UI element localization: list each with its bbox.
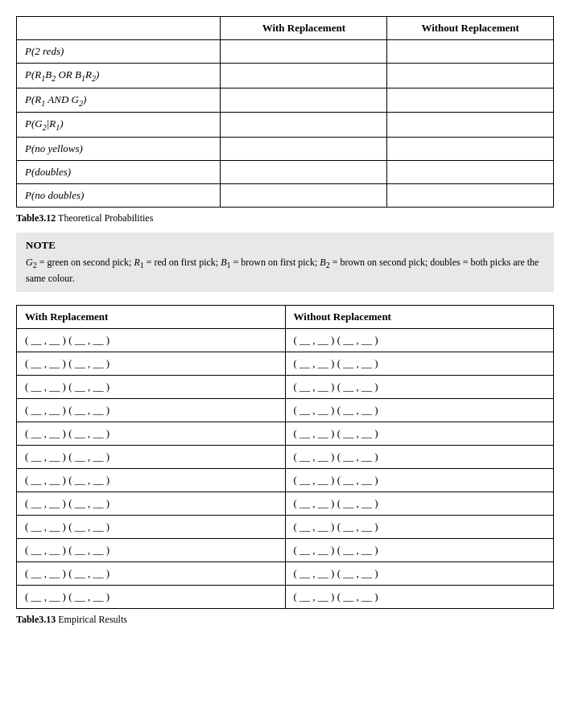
table2-caption-label: Table3.13 <box>16 614 56 625</box>
table-row: ( __ , __ ) ( __ , __ )( __ , __ ) ( __ … <box>17 539 554 562</box>
cell-without <box>387 160 554 183</box>
row-label: P(2 reds) <box>17 40 221 64</box>
empirical-cell-with: ( __ , __ ) ( __ , __ ) <box>17 492 286 516</box>
table-row: ( __ , __ ) ( __ , __ )( __ , __ ) ( __ … <box>17 422 554 446</box>
empirical-cell-without: ( __ , __ ) ( __ , __ ) <box>285 469 554 492</box>
table2-caption: Table3.13 Empirical Results <box>16 614 554 626</box>
cell-with <box>221 113 387 138</box>
cell-without <box>387 40 554 64</box>
table-row: P(2 reds) <box>17 40 554 64</box>
empirical-cell-with: ( __ , __ ) ( __ , __ ) <box>17 329 286 352</box>
note-title: NOTE <box>26 239 544 252</box>
cell-with <box>221 160 387 183</box>
empirical-cell-with: ( __ , __ ) ( __ , __ ) <box>17 539 286 562</box>
empirical-cell-without: ( __ , __ ) ( __ , __ ) <box>285 586 554 609</box>
table-row: ( __ , __ ) ( __ , __ )( __ , __ ) ( __ … <box>17 352 554 376</box>
empirical-cell-without: ( __ , __ ) ( __ , __ ) <box>285 422 554 446</box>
empirical-cell-with: ( __ , __ ) ( __ , __ ) <box>17 399 286 422</box>
table-row: P(G2|R1) <box>17 113 554 138</box>
empirical-cell-with: ( __ , __ ) ( __ , __ ) <box>17 446 286 469</box>
table-row: ( __ , __ ) ( __ , __ )( __ , __ ) ( __ … <box>17 516 554 539</box>
empirical-cell-with: ( __ , __ ) ( __ , __ ) <box>17 376 286 399</box>
col-header-without-replacement: Without Replacement <box>387 17 554 40</box>
cell-without <box>387 88 554 113</box>
empirical-cell-with: ( __ , __ ) ( __ , __ ) <box>17 586 286 609</box>
table-row: ( __ , __ ) ( __ , __ )( __ , __ ) ( __ … <box>17 399 554 422</box>
empirical-cell-without: ( __ , __ ) ( __ , __ ) <box>285 492 554 516</box>
cell-with <box>221 183 387 207</box>
table-row: P(R1B2 OR B1R2) <box>17 64 554 88</box>
empirical-cell-without: ( __ , __ ) ( __ , __ ) <box>285 329 554 352</box>
table-row: ( __ , __ ) ( __ , __ )( __ , __ ) ( __ … <box>17 586 554 609</box>
empirical-cell-without: ( __ , __ ) ( __ , __ ) <box>285 352 554 376</box>
row-label: P(no doubles) <box>17 183 221 207</box>
row-label: P(R1B2 OR B1R2) <box>17 64 221 88</box>
empirical-cell-without: ( __ , __ ) ( __ , __ ) <box>285 516 554 539</box>
col-header-with-replacement: With Replacement <box>221 17 387 40</box>
cell-with <box>221 64 387 88</box>
col-header-with-replacement: With Replacement <box>17 306 286 329</box>
cell-with <box>221 88 387 113</box>
empirical-results-table: With Replacement Without Replacement ( _… <box>16 305 554 609</box>
empirical-cell-without: ( __ , __ ) ( __ , __ ) <box>285 446 554 469</box>
table1-caption-label: Table3.12 <box>16 212 56 224</box>
table-row: P(R1 AND G2) <box>17 88 554 113</box>
empirical-cell-with: ( __ , __ ) ( __ , __ ) <box>17 562 286 586</box>
note-box: NOTE G2 = green on second pick; R1 = red… <box>16 232 554 292</box>
table-row: ( __ , __ ) ( __ , __ )( __ , __ ) ( __ … <box>17 469 554 492</box>
table-row: ( __ , __ ) ( __ , __ )( __ , __ ) ( __ … <box>17 329 554 352</box>
col-header-without-replacement: Without Replacement <box>285 306 554 329</box>
cell-without <box>387 137 554 160</box>
cell-with <box>221 40 387 64</box>
cell-without <box>387 113 554 138</box>
table2-caption-text: Empirical Results <box>58 614 127 625</box>
table-row: P(no yellows) <box>17 137 554 160</box>
table1-caption-text: Theoretical Probabilities <box>58 212 153 224</box>
empirical-cell-with: ( __ , __ ) ( __ , __ ) <box>17 516 286 539</box>
col-header-empty <box>17 17 221 40</box>
note-text: G2 = green on second pick; R1 = red on f… <box>26 255 544 286</box>
cell-without <box>387 64 554 88</box>
theoretical-probabilities-table: With Replacement Without Replacement P(2… <box>16 16 554 208</box>
empirical-cell-with: ( __ , __ ) ( __ , __ ) <box>17 352 286 376</box>
row-label: P(G2|R1) <box>17 113 221 138</box>
row-label: P(no yellows) <box>17 137 221 160</box>
empirical-cell-without: ( __ , __ ) ( __ , __ ) <box>285 399 554 422</box>
table-row: ( __ , __ ) ( __ , __ )( __ , __ ) ( __ … <box>17 492 554 516</box>
row-label: P(R1 AND G2) <box>17 88 221 113</box>
table-row: ( __ , __ ) ( __ , __ )( __ , __ ) ( __ … <box>17 562 554 586</box>
cell-with <box>221 137 387 160</box>
table-row: P(doubles) <box>17 160 554 183</box>
cell-without <box>387 183 554 207</box>
table-row: ( __ , __ ) ( __ , __ )( __ , __ ) ( __ … <box>17 376 554 399</box>
table1-caption: Table3.12 Theoretical Probabilities <box>16 212 554 224</box>
empirical-cell-without: ( __ , __ ) ( __ , __ ) <box>285 376 554 399</box>
empirical-cell-without: ( __ , __ ) ( __ , __ ) <box>285 539 554 562</box>
table-row: ( __ , __ ) ( __ , __ )( __ , __ ) ( __ … <box>17 446 554 469</box>
table-row: P(no doubles) <box>17 183 554 207</box>
empirical-cell-with: ( __ , __ ) ( __ , __ ) <box>17 469 286 492</box>
empirical-cell-with: ( __ , __ ) ( __ , __ ) <box>17 422 286 446</box>
empirical-cell-without: ( __ , __ ) ( __ , __ ) <box>285 562 554 586</box>
row-label: P(doubles) <box>17 160 221 183</box>
